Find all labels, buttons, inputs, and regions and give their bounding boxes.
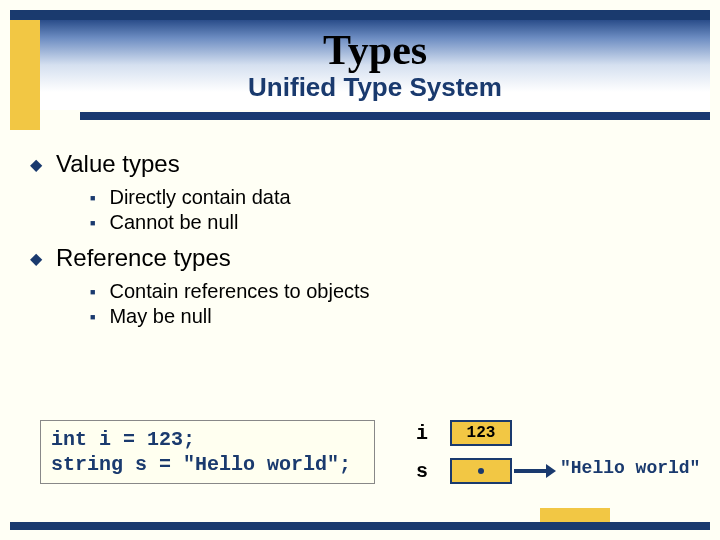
bottom-accent-bar (540, 508, 610, 522)
sub-bullet: Cannot be null (90, 211, 700, 234)
title-underline (80, 112, 710, 120)
bullet-reference-types: Reference types (30, 244, 700, 272)
sub-list-reference-types: Contain references to objects May be nul… (90, 280, 700, 328)
top-stripe (10, 10, 710, 20)
value-box-i: 123 (450, 420, 512, 446)
reference-dot-icon (478, 468, 484, 474)
slide-title: Types (40, 26, 710, 74)
sub-bullet: May be null (90, 305, 700, 328)
sub-bullet: Directly contain data (90, 186, 700, 209)
bottom-stripe (10, 522, 710, 530)
reference-box-s (450, 458, 512, 484)
var-label-s: s (416, 460, 428, 483)
title-band: Types Unified Type System (40, 20, 710, 110)
var-label-i: i (416, 422, 428, 445)
code-example: int i = 123; string s = "Hello world"; (40, 420, 375, 484)
slide-subtitle: Unified Type System (40, 72, 710, 103)
arrow-icon (514, 469, 548, 473)
bullet-value-types: Value types (30, 150, 700, 178)
slide-content: Value types Directly contain data Cannot… (30, 140, 700, 338)
code-line: int i = 123; (51, 427, 364, 452)
left-accent-bar (10, 20, 40, 130)
sub-bullet: Contain references to objects (90, 280, 700, 303)
code-line: string s = "Hello world"; (51, 452, 364, 477)
reference-target: "Hello world" (560, 458, 700, 478)
sub-list-value-types: Directly contain data Cannot be null (90, 186, 700, 234)
value-text-i: 123 (467, 424, 496, 442)
